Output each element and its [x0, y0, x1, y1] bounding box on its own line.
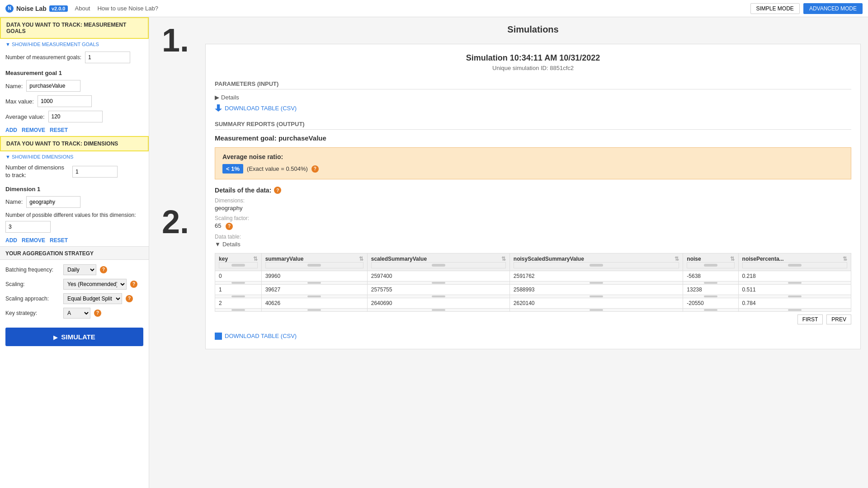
simulation-id: Unique simulation ID: 8851cfc2 [215, 65, 851, 71]
row0-noisePercentage: 0.218 [738, 271, 851, 281]
col-noisy-sort-icon[interactable]: ⇅ [675, 256, 679, 262]
col-summaryValue: summaryValue ⇅ [261, 253, 367, 271]
key-strategy-help-icon[interactable]: ? [94, 310, 101, 317]
noise-badge: < 1% [222, 164, 243, 174]
how-to-link[interactable]: How to use Noise Lab? [97, 5, 158, 12]
row1-noise: 13238 [683, 284, 738, 295]
row2-scaledSummaryValue: 2640690 [367, 298, 509, 308]
col-noise: noise ⇅ [683, 253, 738, 271]
scaling-factor-help-icon[interactable]: ? [226, 223, 233, 230]
scaling-help-icon[interactable]: ? [130, 281, 137, 288]
table-row: 2 40626 2640690 2620140 -20550 0.784 [215, 298, 851, 308]
dim1-name-label: Name: [5, 198, 23, 205]
table-row: 0 39960 2597400 2591762 -5638 0.218 [215, 271, 851, 281]
data-table: key ⇅ summaryValue ⇅ [215, 253, 851, 312]
data-details-toggle[interactable]: ▼ Details [215, 241, 851, 248]
step-1-number: 1. [153, 17, 198, 61]
advanced-mode-button[interactable]: ADVANCED MODE [803, 3, 863, 14]
steps-column: 1. 2. [149, 17, 198, 488]
dim1-possible-input[interactable] [5, 221, 51, 233]
simulate-label: SIMULATE [61, 333, 95, 341]
unique-id-value: 8851cfc2 [550, 65, 574, 71]
download-label: DOWNLOAD TABLE (CSV) [225, 105, 297, 112]
col-noisy-scroll [514, 262, 679, 268]
col-noise-sort-icon[interactable]: ⇅ [730, 256, 735, 262]
simple-mode-button[interactable]: SIMPLE MODE [750, 3, 800, 14]
scroll-row-1 [215, 295, 851, 298]
row1-noisePercentage: 0.511 [738, 284, 851, 295]
first-page-button[interactable]: FIRST [797, 314, 823, 324]
mode-switcher: SIMPLE MODE ADVANCED MODE [750, 3, 863, 14]
col-noise-scroll [687, 262, 734, 268]
batching-select[interactable]: Daily Weekly Monthly [63, 264, 96, 275]
col-key-sort-icon[interactable]: ⇅ [253, 256, 258, 262]
scaling-gray-label: Scaling factor: [215, 215, 851, 221]
row2-noisePercentage: 0.784 [738, 298, 851, 308]
col-noisepct-sort-icon[interactable]: ⇅ [843, 256, 847, 262]
measurement-goal-label: Measurement goal: purchaseValue [215, 134, 851, 142]
goal1-actions: ADD REMOVE RESET [0, 124, 149, 136]
col-key-scroll [219, 262, 258, 268]
row0-noise: -5638 [683, 271, 738, 281]
scaling-approach-select[interactable]: Equal Budget Split Custom [63, 293, 122, 304]
scaling-factor-value: 65 ? [215, 222, 851, 230]
num-goals-label: Number of measurement goals: [5, 54, 81, 61]
dimensions-gray-label: Dimensions: [215, 197, 851, 204]
scaling-approach-help-icon[interactable]: ? [126, 295, 133, 302]
dim-reset-link[interactable]: RESET [50, 237, 68, 244]
top-nav: N Noise Lab v2.0.0 About How to use Nois… [0, 0, 868, 17]
row0-key: 0 [215, 271, 262, 281]
toggle-dimensions[interactable]: SHOW/HIDE DIMENSIONS [0, 151, 149, 162]
step-2-number: 2. [153, 61, 198, 243]
goal1-title: Measurement goal 1 [0, 65, 149, 78]
dim-remove-link[interactable]: REMOVE [22, 237, 45, 244]
noise-ratio-box: Average noise ratio: < 1% (Exact value =… [215, 147, 851, 179]
num-dims-input[interactable] [72, 166, 118, 178]
unique-id-label: Unique simulation ID: [492, 65, 548, 71]
summary-label: SUMMARY REPORTS (OUTPUT) [215, 121, 851, 130]
bottom-download-btn[interactable]: DOWNLOAD TABLE (CSV) [215, 333, 851, 340]
prev-page-button[interactable]: PREV [826, 314, 851, 324]
row0-scaledSummaryValue: 2597400 [367, 271, 509, 281]
batching-help-icon[interactable]: ? [100, 266, 107, 273]
goal1-avg-row: Average value: [0, 109, 149, 124]
dim-add-link[interactable]: ADD [5, 237, 17, 244]
play-icon [53, 333, 57, 341]
scaling-select[interactable]: Yes (Recommended) No [63, 279, 127, 290]
goal-reset-link[interactable]: RESET [50, 127, 68, 133]
simulate-button[interactable]: SIMULATE [5, 328, 143, 346]
goal1-max-label: Max value: [5, 98, 34, 105]
toggle-measurement-goals[interactable]: SHOW/HIDE MEASUREMENT GOALS [0, 39, 149, 50]
details-toggle[interactable]: ▶ Details [215, 94, 851, 101]
dim1-possible-row: Number of possible different values for … [0, 210, 149, 235]
dimensions-value: geography [215, 205, 851, 211]
table-row: 1 39627 2575755 2588993 13238 0.511 [215, 284, 851, 295]
goal-remove-link[interactable]: REMOVE [22, 127, 45, 133]
goal1-max-input[interactable] [38, 95, 92, 107]
num-goals-input[interactable] [85, 52, 130, 63]
dim1-name-input[interactable] [26, 196, 80, 208]
about-link[interactable]: About [75, 5, 90, 12]
goal-add-link[interactable]: ADD [5, 127, 17, 133]
noise-badge-row: < 1% (Exact value = 0.504%) ? [222, 164, 319, 174]
noise-help-icon[interactable]: ? [311, 165, 319, 173]
goal1-name-input[interactable] [26, 80, 80, 92]
goal1-avg-input[interactable] [48, 111, 103, 122]
key-strategy-label: Key strategy: [5, 310, 60, 316]
details-help-icon[interactable]: ? [274, 187, 281, 194]
batching-row: Batching frequency: Daily Weekly Monthly… [0, 263, 149, 277]
col-summary-sort-icon[interactable]: ⇅ [359, 256, 363, 262]
col-key: key ⇅ [215, 253, 262, 271]
download-csv-btn[interactable]: DOWNLOAD TABLE (CSV) [215, 104, 297, 112]
details-triangle-icon: ▶ [215, 94, 219, 101]
key-strategy-select[interactable]: A B C [63, 308, 90, 319]
bottom-download-label: DOWNLOAD TABLE (CSV) [225, 333, 297, 339]
sidebar: DATA YOU WANT TO TRACK: MEASUREMENT GOAL… [0, 17, 149, 488]
download-icon [215, 104, 222, 112]
details-of-data-label: Details of the data: ? [215, 187, 851, 194]
params-label: PARAMETERS (INPUT) [215, 80, 851, 89]
row1-noisyScaledSummaryValue: 2588993 [509, 284, 683, 295]
logo-icon: N [5, 5, 14, 13]
data-table-wrapper: key ⇅ summaryValue ⇅ [215, 253, 851, 312]
col-scaled-sort-icon[interactable]: ⇅ [501, 256, 506, 262]
